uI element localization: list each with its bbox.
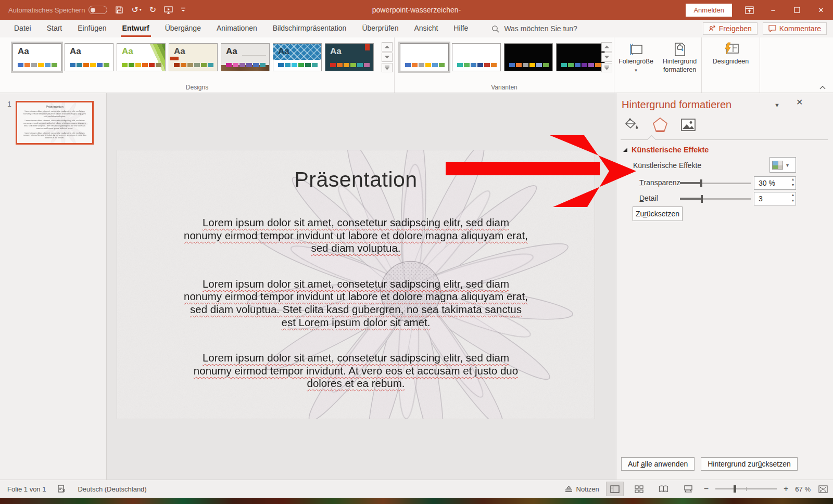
tab-hilfe[interactable]: Hilfe [446, 20, 476, 37]
detail-spinbox[interactable]: 3 ▴▾ [754, 192, 796, 205]
spin-down-icon[interactable]: ▾ [792, 183, 794, 187]
format-background-button[interactable]: Hintergrund formatieren [659, 37, 701, 93]
slide-thumbnail[interactable]: Präsentation Lorem ipsum dolor sit amet,… [16, 101, 94, 145]
slider-thumb[interactable] [701, 195, 703, 203]
spin-up-icon[interactable]: ▴ [792, 193, 794, 197]
thumbnail-paragraph-1: Lorem ipsum dolor sit amet, consetetur s… [23, 110, 86, 118]
zoom-out-icon[interactable]: − [704, 484, 709, 494]
reading-view-button[interactable] [655, 482, 673, 496]
undo-icon[interactable]: ↺▾ [131, 6, 141, 14]
slide-size-icon [628, 42, 644, 58]
autosave-toggle-switch[interactable] [89, 6, 107, 14]
signin-button[interactable]: Anmelden [686, 4, 732, 17]
slide-title[interactable]: Präsentation [117, 167, 595, 192]
transparency-spinbox[interactable]: 30 % ▴▾ [754, 176, 796, 190]
spin-up-icon[interactable]: ▴ [792, 177, 794, 182]
save-icon[interactable] [115, 6, 123, 14]
close-button[interactable]: ✕ [809, 0, 833, 20]
collapse-ribbon-icon[interactable] [819, 86, 826, 89]
normal-view-button[interactable] [606, 482, 624, 496]
slide-size-button[interactable]: Foliengröße ▾ [615, 37, 658, 93]
notes-button[interactable]: Notizen [565, 485, 599, 493]
design-theme-6[interactable]: Aa [273, 43, 322, 71]
slideshow-view-button[interactable] [679, 482, 697, 496]
theme-color-swatches [561, 63, 601, 67]
panel-options-caret-icon[interactable]: ▼ [774, 102, 780, 108]
maximize-button[interactable] [785, 0, 809, 20]
variant-2[interactable] [452, 43, 501, 71]
comments-button[interactable]: Kommentare [763, 22, 827, 35]
theme-color-swatches [70, 63, 109, 67]
slide-paragraph-3[interactable]: Lorem ipsum dolor sit amet, consetetur s… [183, 352, 529, 390]
variant-4[interactable] [556, 43, 605, 71]
gallery-more-icon[interactable] [382, 63, 393, 72]
autosave-label: Automatisches Speichern [8, 6, 85, 14]
gallery-up-icon[interactable] [382, 42, 393, 51]
design-theme-4[interactable]: Aa [169, 43, 218, 71]
tab-überprüfen[interactable]: Überprüfen [354, 20, 406, 37]
ribbon-group-designs: AaAaAaAaAaAaAa Designs [0, 37, 395, 93]
gallery-up-icon[interactable] [601, 42, 612, 51]
tab-animationen[interactable]: Animationen [209, 20, 265, 37]
share-button[interactable]: Freigeben [703, 22, 758, 35]
zoom-slider-thumb[interactable] [734, 485, 736, 493]
slide-indicator[interactable]: Folie 1 von 1 [7, 485, 46, 493]
fit-slide-to-window-icon[interactable] [818, 485, 828, 493]
zoom-in-icon[interactable]: + [784, 484, 788, 494]
variant-1[interactable] [400, 43, 449, 71]
apply-to-all-button[interactable]: Auf a̲lle anwenden [621, 457, 695, 471]
design-theme-1[interactable]: Aa [12, 43, 61, 71]
gallery-down-icon[interactable] [601, 53, 612, 62]
minimize-button[interactable]: – [761, 0, 785, 20]
customize-qat-icon[interactable] [181, 7, 186, 13]
autosave-toggle[interactable]: Automatisches Speichern [8, 6, 107, 14]
artistic-effects-section-header[interactable]: Künstlerische Effekte [623, 146, 709, 154]
fill-bucket-icon[interactable] [624, 118, 639, 132]
designs-gallery: AaAaAaAaAaAaAa [0, 37, 394, 71]
design-theme-7[interactable]: Aa [325, 43, 374, 71]
tab-übergänge[interactable]: Übergänge [157, 20, 209, 37]
undo-caret-icon[interactable]: ▾ [140, 8, 142, 12]
effects-pentagon-icon[interactable] [652, 117, 668, 133]
reset-background-button[interactable]: Hintergrund zurü̲cksetzen [701, 457, 798, 471]
picture-icon[interactable] [681, 119, 696, 131]
variant-3[interactable] [504, 43, 553, 71]
tab-bildschirmpräsentation[interactable]: Bildschirmpräsentation [265, 20, 355, 37]
tell-me-search[interactable]: Was möchten Sie tun? [491, 24, 577, 33]
panel-title: Hintergrund formatieren [622, 99, 731, 111]
spellcheck-icon[interactable] [57, 485, 66, 493]
detail-slider[interactable] [680, 198, 751, 200]
design-ideas-button[interactable]: Designideen [705, 37, 757, 93]
panel-close-icon[interactable]: ✕ [796, 97, 803, 107]
thumbnail-slide-body: Lorem ipsum dolor sit amet, consetetur s… [17, 110, 92, 139]
redo-icon[interactable]: ↻ [149, 6, 156, 14]
reset-button[interactable]: Zur̲ücksetzen [633, 206, 683, 221]
theme-color-swatches [18, 63, 57, 67]
gallery-down-icon[interactable] [382, 53, 393, 62]
theme-color-swatches [509, 63, 549, 67]
tab-datei[interactable]: Datei [6, 20, 39, 37]
theme-aa-sample: Aa [226, 46, 237, 57]
slide-paragraph-2[interactable]: Lorem ipsum dolor sit amet, consetetur s… [183, 278, 529, 329]
start-presentation-icon[interactable] [164, 6, 173, 14]
design-theme-3[interactable]: Aa [117, 43, 166, 71]
language-indicator[interactable]: Deutsch (Deutschland) [78, 485, 146, 493]
design-theme-2[interactable]: Aa [65, 43, 113, 71]
spin-down-icon[interactable]: ▾ [792, 199, 794, 203]
slide-sorter-view-button[interactable] [630, 482, 648, 496]
gallery-more-icon[interactable] [601, 63, 612, 72]
transparency-slider[interactable] [680, 183, 751, 184]
slider-thumb[interactable] [700, 179, 702, 187]
slide-canvas[interactable]: Präsentation Lorem ipsum dolor sit amet,… [117, 150, 595, 419]
tab-einfügen[interactable]: Einfügen [70, 20, 114, 37]
tab-ansicht[interactable]: Ansicht [406, 20, 446, 37]
zoom-slider[interactable] [715, 488, 777, 489]
tab-start[interactable]: Start [39, 20, 70, 37]
variants-gallery-scroll [601, 42, 612, 72]
ribbon-display-options-icon[interactable] [737, 0, 761, 20]
tab-entwurf[interactable]: Entwurf [115, 20, 157, 37]
zoom-level[interactable]: 67 % [795, 485, 811, 493]
design-theme-5[interactable]: Aa [221, 43, 270, 71]
artistic-effects-dropdown[interactable]: ▾ [769, 157, 796, 173]
slide-paragraph-1[interactable]: Lorem ipsum dolor sit amet, consetetur s… [183, 216, 529, 255]
